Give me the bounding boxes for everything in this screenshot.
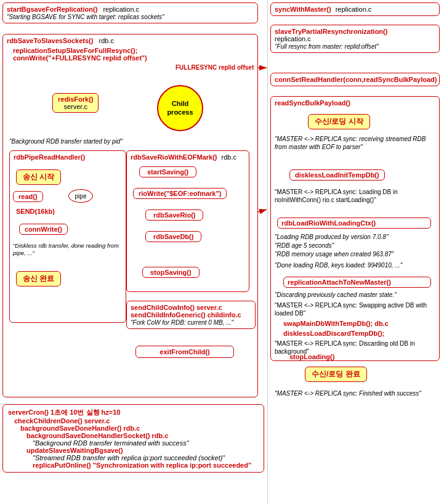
- diskless-msg: "Diskless rdb transfer, done reading fro…: [13, 242, 126, 258]
- child-process-label: Child process: [167, 100, 193, 116]
- rdb-pipe-read-box: rdbPipeReadHandler() 송신 시작 read() pipe S…: [9, 150, 126, 323]
- bg-msg-text: "Background RDB transfer terminated with…: [33, 439, 259, 447]
- replication-setup-text: replicationSetupSlaveForFullResync();: [13, 47, 254, 54]
- redis-fork-box: redisFork() server.c: [52, 93, 99, 113]
- send-label: SEND(16kb): [16, 208, 55, 215]
- read-box: read(): [13, 191, 43, 202]
- check-children-text: checkChildrenDone() server.c: [14, 417, 259, 425]
- redis-fork-func: redisFork(): [58, 96, 93, 103]
- rdb-load-box: rdbLoadRioWithLoadingCtx(): [277, 217, 431, 229]
- left-panel: startBgsaveForReplication() replication.…: [0, 0, 268, 504]
- start-bgsave-func: startBgsaveForReplication(): [7, 6, 97, 13]
- server-cron-box: serverCron() 1초에 10번 실행 hz=10 checkChild…: [2, 404, 264, 473]
- finished-msg: "MASTER <-> REPLICA sync: Finished with …: [275, 389, 421, 397]
- right-panel: syncWithMaster() replication.c slaveTryP…: [268, 0, 444, 504]
- send-child-cow-func: sendChildCowInfo() server.c: [131, 304, 222, 311]
- diskless-load-box: disklessLoadInitTempDb(): [289, 169, 385, 181]
- bg-save-text: backgroundSaveDoneHandler() rdb.c: [20, 425, 259, 432]
- master-msg1: "MASTER <-> REPLICA sync: receiving stre…: [275, 135, 439, 151]
- bg-transfer-msg: "Background RDB transfer started by pid": [9, 138, 123, 145]
- start-bgsave-file: replication.c: [103, 6, 139, 13]
- conn-write-text: connWrite("+FULLRESYNC replid offset"): [13, 54, 254, 62]
- rdb-save-db-box: rdbSaveDb(): [145, 231, 201, 242]
- rio-write-box: rioWrite("$EOF:eofmark"): [133, 188, 227, 199]
- read-sync-bulk-func: readSyncBulkPayload(): [275, 99, 350, 107]
- swap-msg: "MASTER <-> REPLICA sync: Swapping activ…: [275, 301, 439, 317]
- conn-write-func2: connWrite(): [25, 226, 62, 233]
- conn-write-box: connWrite(): [19, 224, 68, 235]
- 송신완료-label: 송신 완료: [16, 271, 61, 287]
- rio-write-func: rioWrite("$EOF:eofmark"): [139, 190, 221, 197]
- slave-try-file: replication.c: [275, 35, 311, 43]
- send-child-info-box: sendChildCowInfo() server.c sendChildInf…: [126, 301, 256, 329]
- rdb-save-slaves-func: rdbSaveToSlavesSockets(): [7, 37, 93, 44]
- start-saving-func: startSaving(): [147, 168, 188, 176]
- master-msg2: "MASTER <-> REPLICA sync: Loading DB in …: [275, 188, 439, 204]
- child-process-circle: Child process: [157, 85, 203, 131]
- rdb-save-db-func: rdbSaveDb(): [153, 233, 193, 240]
- sync-with-master-file: replication.c: [336, 6, 372, 13]
- discard-msg: "Discarding previously cached master sta…: [275, 291, 397, 298]
- rdb-save-rio-file: rdb.c: [222, 153, 236, 161]
- pipe-label: pipe: [75, 193, 87, 200]
- rdb-save-rio-box: rdbSaveRioWithEOFMark() rdb.c startSavin…: [126, 150, 249, 292]
- 수신시작-label: 수신/로딩 시작: [308, 114, 370, 129]
- 수신완료-label: 수신/로딩 완료: [305, 367, 367, 382]
- fullresync-label: FULLRESYNC replid offset: [176, 64, 254, 71]
- fork-msg: "Fork CoW for RDB: current 0 MB, ...": [131, 319, 233, 326]
- rdb-save-rio2-func: rdbSaveRio(): [153, 211, 195, 219]
- rdb-save-rio2-box: rdbSaveRio(): [145, 209, 203, 221]
- read-sync-bulk-box: readSyncBulkPayload() 수신/로딩 시작 "MASTER <…: [270, 96, 440, 361]
- read-func: read(): [18, 193, 38, 200]
- slave-try-string: "Full resync from master: replid:offset": [275, 43, 379, 50]
- exit-from-child-box: exitFromChild(): [135, 346, 234, 358]
- replication-attach-box: replicationAttachToNewMaster(): [283, 277, 431, 288]
- start-bgsave-string: "Starting BGSAVE for SYNC with target: r…: [7, 14, 164, 20]
- done-loading-msg: "Done loading RDB, keys loaded: 9949010,…: [275, 262, 402, 269]
- pipe-oval: pipe: [68, 189, 93, 203]
- slave-try-box: slaveTryPartialResynchronization() repli…: [270, 25, 440, 53]
- send-child-info-func: sendChildInfoGeneric() childinfo.c: [131, 311, 241, 319]
- swap-db-text: swapMainDbWithTempDb(); db.c: [283, 320, 389, 327]
- sync-with-master-func: syncWithMaster(): [275, 6, 331, 13]
- rdb-save-slaves-file: rdb.c: [99, 37, 113, 44]
- diskless-discard-text: disklessLoadDiscardTempDb();: [283, 330, 384, 337]
- conn-set-read-func: connSetReadHandler(conn,readSyncBulkPayl…: [275, 76, 437, 83]
- load-msg1: "Loading RDB produced by version 7.0.8": [275, 234, 388, 240]
- server-cron-title: serverCron() 1초에 10번 실행 hz=10: [8, 408, 259, 417]
- replica-put-text: replicaPutOnline() "Synchronization with…: [33, 461, 259, 469]
- exit-from-child-func: exitFromChild(): [159, 348, 209, 356]
- streamed-msg-text: "Streamed RDB transfer with replica ip:p…: [33, 454, 259, 461]
- slave-try-func: slaveTryPartialResynchronization(): [275, 28, 387, 35]
- stop-loading-text: stopLoading(): [289, 353, 334, 360]
- main-container: startBgsaveForReplication() replication.…: [0, 0, 444, 504]
- stop-saving-func: stopSaving(): [150, 269, 192, 276]
- redis-fork-file: server.c: [63, 103, 87, 110]
- rdb-pipe-read-func: rdbPipeReadHandler(): [14, 153, 85, 161]
- start-saving-box: startSaving(): [139, 166, 196, 177]
- 송신시작-label: 송신 시작: [16, 169, 61, 185]
- bg-save-socket-text: backgroundSaveDoneHandlerSocket() rdb.c: [26, 432, 259, 439]
- update-slaves-text: updateSlavesWaitingBgsave(): [26, 447, 259, 454]
- stop-saving-box: stopSaving(): [142, 267, 200, 278]
- sync-with-master-box: syncWithMaster() replication.c: [270, 2, 440, 16]
- load-msg3: "RDB memory usage when created 963.87": [275, 251, 394, 258]
- conn-write-func: connWrite("+FULLRESYNC replid offset"): [13, 54, 147, 62]
- rdb-save-rio-func: rdbSaveRioWithEOFMark(): [131, 153, 217, 161]
- load-msg2: "RDB age 5 seconds": [275, 242, 334, 249]
- rdb-save-slaves-box: rdbSaveToSlavesSockets() rdb.c replicati…: [2, 34, 258, 397]
- start-bgsave-box: startBgsaveForReplication() replication.…: [2, 2, 258, 23]
- replication-setup-func: replicationSetupSlaveForFullResync();: [13, 47, 137, 54]
- conn-set-read-box: connSetReadHandler(conn,readSyncBulkPayl…: [270, 73, 440, 86]
